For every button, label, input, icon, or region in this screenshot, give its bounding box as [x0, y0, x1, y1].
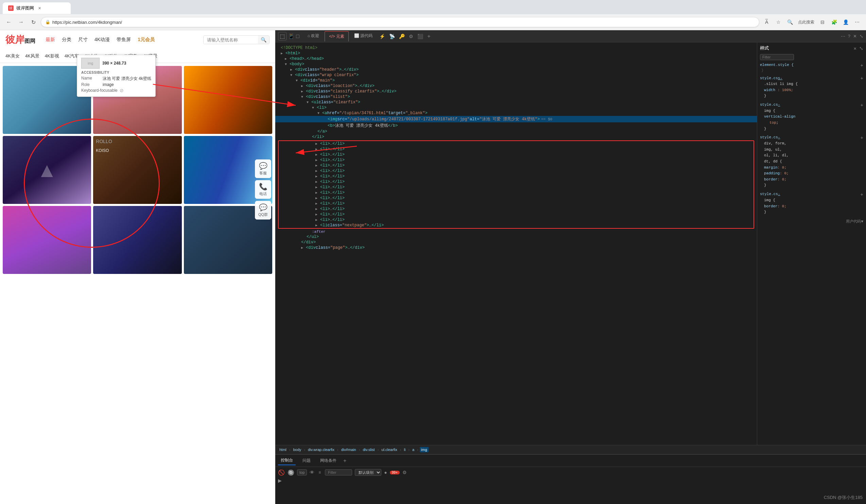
inspect-element-icon[interactable]: ⬚	[278, 32, 287, 41]
grid-img-5[interactable]: ROLLO KOISO	[93, 136, 181, 204]
expand-li16-icon[interactable]: ▶	[315, 218, 320, 222]
dom-slist-close[interactable]: </div>	[275, 239, 757, 245]
dom-li-11[interactable]: ▶ <li> … </li>	[279, 190, 754, 195]
element-style-selector[interactable]: element.style {	[760, 63, 793, 67]
grid-img-7[interactable]	[3, 206, 91, 274]
dom-li-close[interactable]: </li>	[275, 134, 757, 140]
styles-filter-input[interactable]	[760, 54, 794, 60]
styles-close-icon[interactable]: ✕	[854, 46, 856, 51]
dom-li-3[interactable]: ▶ <li> … </li>	[279, 146, 754, 152]
dom-li-16[interactable]: ▶ <li> … </li>	[279, 217, 754, 223]
console-clear-icon[interactable]: 🚫	[278, 469, 285, 476]
dom-b-tag[interactable]: ▶ <b> 泳池 可爱 漂亮少女 4k壁纸 </b>	[275, 122, 757, 129]
breadcrumb-html[interactable]: html	[278, 447, 288, 452]
tab-close-btn[interactable]: ✕	[37, 5, 42, 11]
cat-4kmeinv[interactable]: 4K美女	[5, 53, 20, 59]
expand-li13-icon[interactable]: ▶	[315, 202, 320, 205]
expand-main-icon[interactable]: ▼	[296, 79, 300, 82]
expand-classify-icon[interactable]: ▶	[301, 89, 305, 93]
favorite-icon[interactable]: ☆	[774, 17, 783, 27]
console-tab-network[interactable]: 网络条件	[318, 457, 339, 465]
expand-li-icon[interactable]: ▼	[312, 106, 316, 110]
menu-icon[interactable]: ⋯	[852, 17, 862, 27]
dom-li-10[interactable]: ▶ <li> … </li>	[279, 184, 754, 190]
dom-li-2[interactable]: ▶ <li> … </li>	[279, 141, 754, 146]
console-gear-icon[interactable]: ⚙	[402, 470, 407, 475]
undock-icon[interactable]: ⤡	[859, 34, 863, 39]
add-style-btn-3[interactable]: +	[861, 103, 863, 108]
console-filter-icon[interactable]: 🔘	[288, 469, 294, 476]
layers-icon[interactable]: ⬛	[418, 34, 423, 39]
console-tab-console[interactable]: 控制台	[278, 456, 296, 465]
breadcrumb-main[interactable]: div#main	[340, 447, 357, 452]
float-qq[interactable]: 💬 QQ群	[255, 201, 271, 220]
dom-li-5[interactable]: ▶ <li> … </li>	[279, 157, 754, 163]
tab-welcome[interactable]: ⌂ 欢迎	[303, 31, 324, 42]
reload-button[interactable]: ↻	[29, 17, 38, 27]
dom-doctype[interactable]: <!DOCTYPE html>	[275, 45, 757, 51]
breadcrumb-body[interactable]: body	[292, 447, 302, 452]
nav-vip[interactable]: 1元会员	[138, 37, 155, 43]
expand-header-icon[interactable]: ▶	[290, 68, 294, 72]
expand-wrap-icon[interactable]: ▼	[290, 74, 294, 77]
dom-classify-div[interactable]: ▶ <div class= "classify clearfix" > … </…	[275, 89, 757, 94]
dom-body[interactable]: ▼ <body>	[275, 61, 757, 67]
breadcrumb-ul[interactable]: ul.clearfix	[380, 447, 398, 452]
dom-li-13[interactable]: ▶ <li> … </li>	[279, 201, 754, 206]
grid-img-4[interactable]: ▲	[3, 136, 91, 204]
console-tab-issues[interactable]: 问题	[300, 457, 313, 465]
tab-sources[interactable]: ⬜ 源代码	[350, 31, 377, 42]
imgborder-selector[interactable]: style.cs-	[760, 192, 780, 196]
search-icon[interactable]: 🔍	[785, 17, 795, 27]
dom-page-div[interactable]: ▶ <div class= "page" > … </div>	[275, 245, 757, 250]
expand-page-icon[interactable]: ▶	[301, 246, 305, 250]
search-text[interactable]: 点此搜索	[797, 17, 816, 27]
float-customer-service[interactable]: 💬 客服	[255, 159, 271, 178]
expand-li14-icon[interactable]: ▶	[315, 207, 320, 211]
console-filter-input[interactable]	[325, 469, 352, 475]
console-level-select[interactable]: 默认级别	[355, 469, 381, 476]
dom-wrap-div[interactable]: ▼ <div class= "wrap clearfix" >	[275, 72, 757, 78]
dom-li-7[interactable]: ▶ <li> … </li>	[279, 168, 754, 173]
search-submit-btn[interactable]: 🔍	[258, 36, 269, 44]
more-options-icon[interactable]: ⋯	[841, 34, 845, 39]
dom-a-close[interactable]: </a>	[275, 129, 757, 134]
expand-li2-icon[interactable]: ▶	[315, 142, 320, 146]
dom-after[interactable]: :after	[275, 229, 757, 234]
breadcrumb-img[interactable]: img	[420, 447, 429, 452]
expand-li15-icon[interactable]: ▶	[315, 212, 320, 216]
breadcrumb-slist[interactable]: div.slist	[361, 447, 376, 452]
dom-li-first[interactable]: ▼ <li>	[275, 105, 757, 110]
translate-icon[interactable]: A̅	[762, 17, 771, 27]
dom-li-nextpage[interactable]: ▶ <li class= "nextpage" > … </li>	[279, 223, 754, 228]
dom-li-6[interactable]: ▶ <li> … </li>	[279, 163, 754, 168]
dom-panel[interactable]: <!DOCTYPE html> ▶ <html> ▶ <head> … </he…	[275, 43, 757, 445]
float-phone[interactable]: 📞 电话	[255, 180, 271, 199]
dom-li-9[interactable]: ▶ <li> … </li>	[279, 179, 754, 184]
split-icon[interactable]: ⊟	[818, 17, 827, 27]
back-button[interactable]: ←	[4, 17, 14, 27]
expand-linext-icon[interactable]: ▶	[315, 223, 320, 227]
add-tab-icon[interactable]: +	[427, 33, 430, 40]
extensions-icon[interactable]: 🧩	[829, 17, 839, 27]
settings-icon-2[interactable]: ●	[384, 470, 387, 475]
add-style-btn-5[interactable]: +	[861, 192, 863, 198]
expand-li6-icon[interactable]: ▶	[315, 164, 320, 168]
expand-li7-icon[interactable]: ▶	[315, 169, 320, 173]
devtools-close-icon[interactable]: ✕	[853, 34, 857, 39]
expand-body-icon[interactable]: ▼	[285, 63, 289, 66]
dom-slist-div[interactable]: ▼ <div class= "slist" >	[275, 94, 757, 100]
dom-li-8[interactable]: ▶ <li> … </li>	[279, 173, 754, 179]
slist-selector-link[interactable]: style.css-	[760, 76, 782, 80]
reset-selector[interactable]: style.cs-	[760, 135, 780, 139]
valign-selector[interactable]: style.cs-	[760, 103, 780, 107]
expand-li5-icon[interactable]: ▶	[315, 158, 320, 162]
tab-elements[interactable]: </> 元素	[325, 31, 349, 42]
cat-4kfengjing[interactable]: 4K风景	[25, 53, 40, 59]
nav-fish[interactable]: 带鱼屏	[116, 37, 131, 43]
expand-head-icon[interactable]: ▶	[285, 57, 289, 61]
add-style-btn-4[interactable]: +	[861, 135, 863, 141]
forward-button[interactable]: →	[16, 17, 26, 27]
dom-li-15[interactable]: ▶ <li> … </li>	[279, 212, 754, 217]
dom-ul-clearfix[interactable]: ▼ <ul class= "clearfix" >	[275, 100, 757, 105]
